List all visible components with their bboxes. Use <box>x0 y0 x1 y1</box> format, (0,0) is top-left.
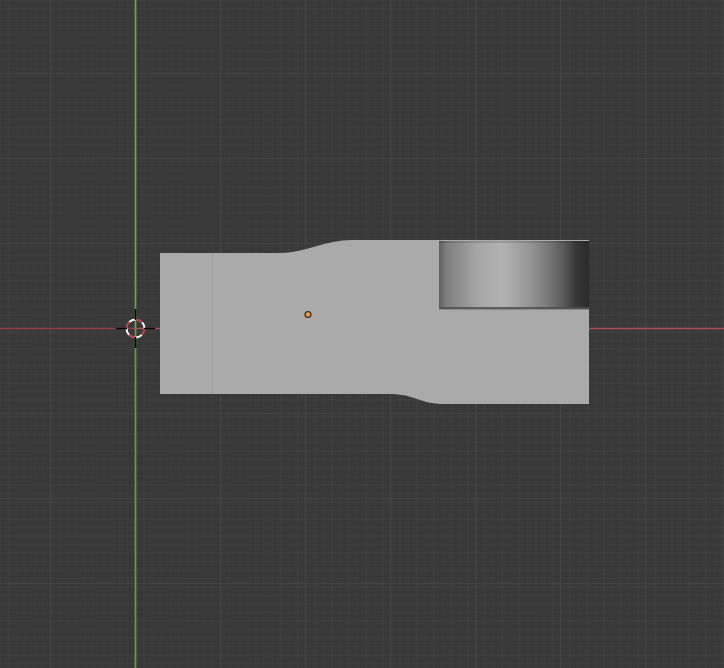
blender-3d-viewport[interactable] <box>0 0 724 668</box>
mesh-cylinder-bottom-shadow <box>439 307 589 309</box>
mesh-cylinder-top-shade <box>439 241 589 243</box>
mesh-cylinder-face[interactable] <box>439 241 589 309</box>
object-origin-dot[interactable] <box>305 312 311 318</box>
mesh-object[interactable] <box>160 240 589 404</box>
